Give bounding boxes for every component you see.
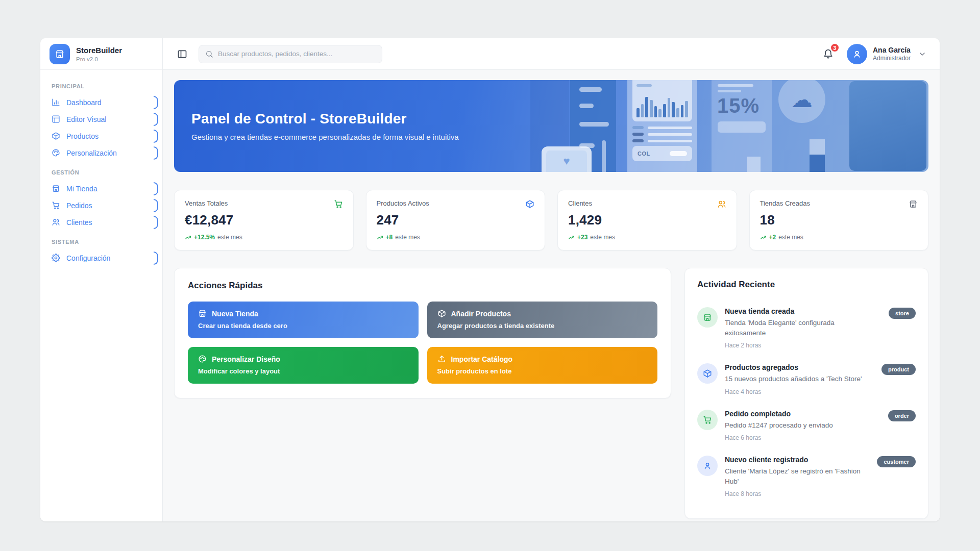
illustration-phone: ♥ — [542, 146, 592, 172]
activity-badge: product — [881, 364, 916, 375]
active-indicator — [154, 146, 158, 160]
activity-item-nueva-tienda[interactable]: Nueva tienda creada Tienda 'Moda Elegant… — [697, 300, 916, 357]
palette-icon — [52, 148, 60, 157]
quick-action-title: Personalizar Diseño — [212, 355, 280, 363]
sidebar-item-label: Pedidos — [66, 202, 92, 210]
sidebar-item-dashboard[interactable]: Dashboard — [40, 94, 162, 111]
activity-title: Pedido completado — [725, 410, 880, 418]
recent-activity-panel: Actividad Reciente Nueva tienda creada T… — [684, 268, 928, 519]
brand: StoreBuilder Pro v2.0 — [40, 38, 162, 70]
storebuilder-logo-icon — [50, 44, 70, 64]
store-icon — [909, 199, 918, 209]
search-icon — [205, 50, 213, 58]
quick-actions-title: Acciones Rápidas — [188, 281, 657, 291]
stat-value: €12,847 — [185, 212, 343, 228]
active-indicator — [154, 182, 158, 195]
sidebar-item-productos[interactable]: Productos — [40, 128, 162, 144]
main-area: 3 Ana García Administrador — [163, 38, 940, 521]
panel-left-icon — [177, 49, 187, 59]
activity-item-nuevo-cliente[interactable]: Nuevo cliente registrado Cliente 'María … — [697, 449, 916, 505]
sidebar-item-editor-visual[interactable]: Editor Visual — [40, 111, 162, 128]
sidebar-toggle-button[interactable] — [176, 48, 188, 60]
activity-time: Hace 8 horas — [725, 490, 916, 497]
sidebar-item-personalizacion[interactable]: Personalización — [40, 144, 162, 161]
notifications-button[interactable]: 3 — [822, 47, 835, 60]
app-window: StoreBuilder Pro v2.0 PRINCIPAL Dashboar… — [40, 38, 940, 521]
quick-action-title: Nueva Tienda — [212, 310, 258, 318]
active-indicator — [154, 130, 158, 143]
stat-value: 18 — [760, 212, 918, 228]
quick-action-anadir-productos[interactable]: Añadir Productos Agregar productos a tie… — [427, 302, 658, 338]
sidebar-item-pedidos[interactable]: Pedidos — [40, 197, 162, 214]
sidebar-item-mi-tienda[interactable]: Mi Tienda — [40, 180, 162, 197]
topbar-right: 3 Ana García Administrador — [822, 44, 926, 64]
user-icon — [697, 456, 718, 476]
store-icon — [697, 307, 718, 328]
activity-badge: store — [889, 308, 916, 319]
user-icon — [852, 49, 862, 59]
shopping-cart-icon — [52, 201, 60, 210]
trending-up-icon — [185, 234, 191, 241]
sidebar-item-configuracion[interactable]: Configuración — [40, 249, 162, 266]
stat-label: Clientes — [568, 199, 726, 207]
hero-banner: ♥ COL — [174, 80, 928, 172]
sidebar-item-label: Editor Visual — [66, 115, 106, 123]
sidebar-item-label: Mi Tienda — [66, 185, 97, 193]
nav-section-gestion: GESTIÓN — [40, 161, 162, 180]
activity-description: Pedido #1247 procesado y enviado — [725, 420, 880, 431]
sidebar-item-clientes[interactable]: Clientes — [40, 214, 162, 231]
upload-icon — [437, 355, 446, 363]
quick-action-subtitle: Subir productos en lote — [437, 367, 648, 375]
sidebar-item-label: Configuración — [66, 254, 110, 262]
activity-time: Hace 2 horas — [725, 342, 916, 349]
user-role: Administrador — [873, 55, 911, 62]
trend-suffix: este mes — [217, 234, 242, 241]
topbar: 3 Ana García Administrador — [163, 38, 940, 70]
activity-time: Hace 6 horas — [725, 434, 880, 441]
quick-action-nueva-tienda[interactable]: Nueva Tienda Crear una tienda desde cero — [188, 302, 419, 338]
store-icon — [52, 184, 60, 193]
sidebar-nav: PRINCIPAL Dashboard Editor Visual Produc… — [40, 70, 162, 266]
chevron-down-icon — [918, 50, 926, 58]
quick-action-subtitle: Modificar colores y layout — [198, 367, 408, 375]
layout-icon — [52, 115, 60, 123]
stat-value: 1,429 — [568, 212, 726, 228]
user-name: Ana García — [873, 46, 911, 55]
users-icon — [717, 199, 726, 209]
quick-action-personalizar-diseno[interactable]: Personalizar Diseño Modificar colores y … — [188, 347, 419, 384]
notification-count-badge: 3 — [830, 43, 840, 53]
stat-card-productos-activos: Productos Activos 247 +8 este mes — [366, 190, 546, 251]
bar-chart-icon — [52, 98, 60, 107]
sidebar-item-label: Productos — [66, 132, 99, 140]
active-indicator — [154, 252, 158, 265]
quick-actions-panel: Acciones Rápidas Nueva Tienda Crear una … — [174, 268, 671, 398]
sidebar-item-label: Personalización — [66, 149, 117, 157]
brand-name: StoreBuilder — [76, 46, 122, 55]
active-indicator — [154, 216, 158, 229]
quick-action-title: Añadir Productos — [451, 310, 511, 318]
activity-badge: customer — [877, 456, 916, 467]
active-indicator — [154, 96, 158, 109]
search-input[interactable] — [218, 50, 376, 58]
package-icon — [525, 199, 534, 209]
nav-section-principal: PRINCIPAL — [40, 75, 162, 94]
activity-item-productos-agregados[interactable]: Productos agregados 15 nuevos productos … — [697, 357, 916, 403]
user-menu[interactable]: Ana García Administrador — [847, 44, 926, 64]
settings-gear-icon — [52, 254, 60, 262]
activity-description: Tienda 'Moda Elegante' configurada exito… — [725, 318, 916, 338]
stat-card-ventas-totales: Ventas Totales €12,847 +12.5% este mes — [174, 190, 354, 251]
quick-action-subtitle: Crear una tienda desde cero — [198, 322, 408, 330]
illustration-chart-label: COL — [638, 151, 650, 157]
activity-item-pedido-completado[interactable]: Pedido completado Pedido #1247 procesado… — [697, 403, 916, 449]
sidebar-item-label: Dashboard — [66, 98, 102, 107]
sidebar: StoreBuilder Pro v2.0 PRINCIPAL Dashboar… — [40, 38, 163, 521]
trending-up-icon — [568, 234, 575, 241]
global-search[interactable] — [199, 45, 382, 63]
trend-suffix: este mes — [778, 234, 803, 241]
quick-action-importar-catalogo[interactable]: Importar Catálogo Subir productos en lot… — [427, 347, 658, 384]
bottom-section: Acciones Rápidas Nueva Tienda Crear una … — [174, 268, 928, 519]
active-indicator — [154, 113, 158, 126]
trend-value: +12.5% — [194, 234, 215, 241]
stat-card-clientes: Clientes 1,429 +23 este mes — [557, 190, 737, 251]
users-icon — [52, 218, 60, 227]
